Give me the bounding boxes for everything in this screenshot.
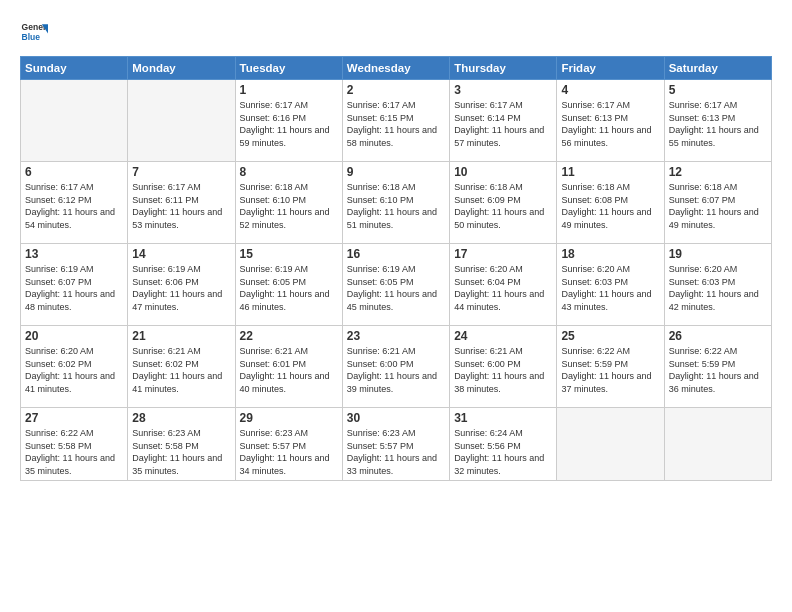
day-number: 23 <box>347 329 445 343</box>
day-info: Sunrise: 6:17 AMSunset: 6:14 PMDaylight:… <box>454 99 552 149</box>
calendar-cell <box>128 80 235 162</box>
day-number: 25 <box>561 329 659 343</box>
day-info: Sunrise: 6:21 AMSunset: 6:00 PMDaylight:… <box>454 345 552 395</box>
calendar-body: 1Sunrise: 6:17 AMSunset: 6:16 PMDaylight… <box>21 80 772 481</box>
day-number: 9 <box>347 165 445 179</box>
day-number: 24 <box>454 329 552 343</box>
week-row-5: 27Sunrise: 6:22 AMSunset: 5:58 PMDayligh… <box>21 408 772 481</box>
day-info: Sunrise: 6:21 AMSunset: 6:01 PMDaylight:… <box>240 345 338 395</box>
day-number: 11 <box>561 165 659 179</box>
calendar-cell: 24Sunrise: 6:21 AMSunset: 6:00 PMDayligh… <box>450 326 557 408</box>
calendar-cell: 30Sunrise: 6:23 AMSunset: 5:57 PMDayligh… <box>342 408 449 481</box>
day-number: 16 <box>347 247 445 261</box>
week-row-1: 1Sunrise: 6:17 AMSunset: 6:16 PMDaylight… <box>21 80 772 162</box>
day-number: 31 <box>454 411 552 425</box>
day-number: 5 <box>669 83 767 97</box>
calendar-cell: 31Sunrise: 6:24 AMSunset: 5:56 PMDayligh… <box>450 408 557 481</box>
weekday-monday: Monday <box>128 57 235 80</box>
day-number: 19 <box>669 247 767 261</box>
calendar-cell: 14Sunrise: 6:19 AMSunset: 6:06 PMDayligh… <box>128 244 235 326</box>
general-blue-logo-icon: General Blue <box>20 18 48 46</box>
calendar-cell: 9Sunrise: 6:18 AMSunset: 6:10 PMDaylight… <box>342 162 449 244</box>
day-info: Sunrise: 6:22 AMSunset: 5:58 PMDaylight:… <box>25 427 123 477</box>
weekday-tuesday: Tuesday <box>235 57 342 80</box>
day-number: 30 <box>347 411 445 425</box>
calendar-cell: 3Sunrise: 6:17 AMSunset: 6:14 PMDaylight… <box>450 80 557 162</box>
day-number: 6 <box>25 165 123 179</box>
week-row-2: 6Sunrise: 6:17 AMSunset: 6:12 PMDaylight… <box>21 162 772 244</box>
week-row-4: 20Sunrise: 6:20 AMSunset: 6:02 PMDayligh… <box>21 326 772 408</box>
calendar-cell: 20Sunrise: 6:20 AMSunset: 6:02 PMDayligh… <box>21 326 128 408</box>
day-number: 10 <box>454 165 552 179</box>
calendar-cell: 10Sunrise: 6:18 AMSunset: 6:09 PMDayligh… <box>450 162 557 244</box>
day-number: 12 <box>669 165 767 179</box>
day-number: 26 <box>669 329 767 343</box>
day-number: 18 <box>561 247 659 261</box>
day-info: Sunrise: 6:20 AMSunset: 6:02 PMDaylight:… <box>25 345 123 395</box>
calendar-cell: 6Sunrise: 6:17 AMSunset: 6:12 PMDaylight… <box>21 162 128 244</box>
day-number: 7 <box>132 165 230 179</box>
day-info: Sunrise: 6:24 AMSunset: 5:56 PMDaylight:… <box>454 427 552 477</box>
day-number: 27 <box>25 411 123 425</box>
calendar-cell: 5Sunrise: 6:17 AMSunset: 6:13 PMDaylight… <box>664 80 771 162</box>
calendar-cell: 26Sunrise: 6:22 AMSunset: 5:59 PMDayligh… <box>664 326 771 408</box>
day-info: Sunrise: 6:17 AMSunset: 6:12 PMDaylight:… <box>25 181 123 231</box>
calendar-cell: 28Sunrise: 6:23 AMSunset: 5:58 PMDayligh… <box>128 408 235 481</box>
calendar-cell: 17Sunrise: 6:20 AMSunset: 6:04 PMDayligh… <box>450 244 557 326</box>
calendar-cell: 1Sunrise: 6:17 AMSunset: 6:16 PMDaylight… <box>235 80 342 162</box>
calendar-cell: 29Sunrise: 6:23 AMSunset: 5:57 PMDayligh… <box>235 408 342 481</box>
day-info: Sunrise: 6:18 AMSunset: 6:10 PMDaylight:… <box>347 181 445 231</box>
calendar-cell: 4Sunrise: 6:17 AMSunset: 6:13 PMDaylight… <box>557 80 664 162</box>
day-info: Sunrise: 6:17 AMSunset: 6:15 PMDaylight:… <box>347 99 445 149</box>
day-number: 8 <box>240 165 338 179</box>
day-info: Sunrise: 6:18 AMSunset: 6:10 PMDaylight:… <box>240 181 338 231</box>
calendar-cell: 18Sunrise: 6:20 AMSunset: 6:03 PMDayligh… <box>557 244 664 326</box>
day-info: Sunrise: 6:22 AMSunset: 5:59 PMDaylight:… <box>669 345 767 395</box>
day-number: 4 <box>561 83 659 97</box>
svg-text:Blue: Blue <box>22 32 41 42</box>
day-number: 21 <box>132 329 230 343</box>
calendar-cell: 7Sunrise: 6:17 AMSunset: 6:11 PMDaylight… <box>128 162 235 244</box>
day-number: 20 <box>25 329 123 343</box>
day-number: 28 <box>132 411 230 425</box>
day-info: Sunrise: 6:23 AMSunset: 5:58 PMDaylight:… <box>132 427 230 477</box>
day-number: 22 <box>240 329 338 343</box>
weekday-wednesday: Wednesday <box>342 57 449 80</box>
day-number: 2 <box>347 83 445 97</box>
day-info: Sunrise: 6:19 AMSunset: 6:05 PMDaylight:… <box>347 263 445 313</box>
calendar-cell: 12Sunrise: 6:18 AMSunset: 6:07 PMDayligh… <box>664 162 771 244</box>
day-info: Sunrise: 6:18 AMSunset: 6:08 PMDaylight:… <box>561 181 659 231</box>
calendar-cell: 2Sunrise: 6:17 AMSunset: 6:15 PMDaylight… <box>342 80 449 162</box>
day-info: Sunrise: 6:17 AMSunset: 6:13 PMDaylight:… <box>561 99 659 149</box>
weekday-friday: Friday <box>557 57 664 80</box>
day-info: Sunrise: 6:20 AMSunset: 6:03 PMDaylight:… <box>669 263 767 313</box>
day-info: Sunrise: 6:20 AMSunset: 6:04 PMDaylight:… <box>454 263 552 313</box>
calendar-cell: 11Sunrise: 6:18 AMSunset: 6:08 PMDayligh… <box>557 162 664 244</box>
logo: General Blue <box>20 18 48 46</box>
calendar-cell <box>557 408 664 481</box>
day-info: Sunrise: 6:18 AMSunset: 6:07 PMDaylight:… <box>669 181 767 231</box>
calendar-cell: 8Sunrise: 6:18 AMSunset: 6:10 PMDaylight… <box>235 162 342 244</box>
day-info: Sunrise: 6:22 AMSunset: 5:59 PMDaylight:… <box>561 345 659 395</box>
calendar-cell <box>664 408 771 481</box>
week-row-3: 13Sunrise: 6:19 AMSunset: 6:07 PMDayligh… <box>21 244 772 326</box>
calendar-cell: 22Sunrise: 6:21 AMSunset: 6:01 PMDayligh… <box>235 326 342 408</box>
day-info: Sunrise: 6:19 AMSunset: 6:06 PMDaylight:… <box>132 263 230 313</box>
calendar-cell: 16Sunrise: 6:19 AMSunset: 6:05 PMDayligh… <box>342 244 449 326</box>
calendar-cell: 21Sunrise: 6:21 AMSunset: 6:02 PMDayligh… <box>128 326 235 408</box>
weekday-thursday: Thursday <box>450 57 557 80</box>
calendar-cell: 13Sunrise: 6:19 AMSunset: 6:07 PMDayligh… <box>21 244 128 326</box>
calendar-cell: 15Sunrise: 6:19 AMSunset: 6:05 PMDayligh… <box>235 244 342 326</box>
day-number: 17 <box>454 247 552 261</box>
calendar-cell: 27Sunrise: 6:22 AMSunset: 5:58 PMDayligh… <box>21 408 128 481</box>
calendar: SundayMondayTuesdayWednesdayThursdayFrid… <box>20 56 772 481</box>
day-info: Sunrise: 6:17 AMSunset: 6:11 PMDaylight:… <box>132 181 230 231</box>
day-number: 15 <box>240 247 338 261</box>
day-info: Sunrise: 6:21 AMSunset: 6:00 PMDaylight:… <box>347 345 445 395</box>
day-number: 1 <box>240 83 338 97</box>
calendar-cell: 23Sunrise: 6:21 AMSunset: 6:00 PMDayligh… <box>342 326 449 408</box>
day-info: Sunrise: 6:19 AMSunset: 6:07 PMDaylight:… <box>25 263 123 313</box>
day-number: 29 <box>240 411 338 425</box>
day-info: Sunrise: 6:17 AMSunset: 6:16 PMDaylight:… <box>240 99 338 149</box>
weekday-saturday: Saturday <box>664 57 771 80</box>
